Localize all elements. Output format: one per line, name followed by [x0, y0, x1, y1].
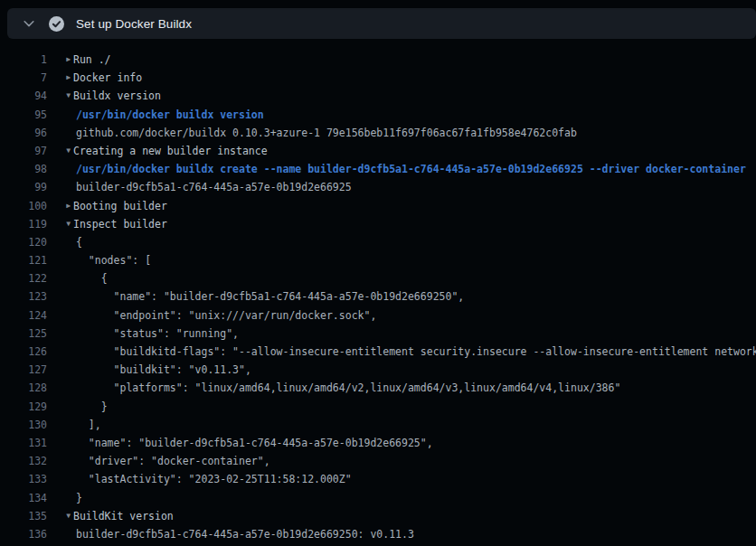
group-title[interactable]: BuildKit version: [73, 507, 174, 525]
log-group-line[interactable]: 97▼Creating a new builder instance: [0, 142, 756, 160]
log-text: "endpoint": "unix:///var/run/docker.sock…: [76, 306, 376, 325]
group-title[interactable]: Buildx version: [73, 87, 161, 105]
log-line: 123 "name": "builder-d9cfb5a1-c764-445a-…: [0, 287, 756, 306]
log-text: builder-d9cfb5a1-c764-445a-a57e-0b19d2e6…: [76, 178, 352, 196]
log-text: "platforms": "linux/amd64,linux/amd64/v2…: [76, 379, 620, 397]
group-title[interactable]: Creating a new builder instance: [73, 142, 268, 160]
log-line: 122 {: [0, 269, 756, 287]
line-number[interactable]: 100: [0, 197, 47, 215]
line-number[interactable]: 127: [0, 361, 47, 379]
log-text: "lastActivity": "2023-02-25T11:58:12.000…: [76, 470, 352, 488]
line-number[interactable]: 130: [0, 416, 47, 434]
log-text: "name": "builder-d9cfb5a1-c764-445a-a57e…: [76, 287, 464, 306]
line-number[interactable]: 7: [0, 69, 47, 87]
log-group-line[interactable]: 100▶Booting builder: [0, 197, 756, 215]
group-expanded-icon[interactable]: ▼: [47, 87, 71, 105]
log-line: 128 "platforms": "linux/amd64,linux/amd6…: [0, 379, 756, 397]
line-number[interactable]: 1: [0, 51, 47, 69]
line-number[interactable]: 128: [0, 379, 47, 397]
chevron-down-icon[interactable]: [23, 17, 35, 30]
log-line: 98/usr/bin/docker buildx create --name b…: [0, 160, 756, 178]
group-expanded-icon[interactable]: ▼: [47, 142, 71, 160]
line-number[interactable]: 95: [0, 106, 47, 124]
log-text: {: [76, 233, 82, 251]
line-number[interactable]: 121: [0, 251, 47, 269]
log-line: 125 "status": "running",: [0, 325, 756, 343]
group-title[interactable]: Inspect builder: [73, 215, 167, 233]
log-line: 136builder-d9cfb5a1-c764-445a-a57e-0b19d…: [0, 525, 756, 543]
log-group-line[interactable]: 7▶Docker info: [0, 69, 756, 87]
group-expanded-icon[interactable]: ▼: [47, 215, 71, 233]
line-number[interactable]: 99: [0, 178, 47, 196]
log-line: 120{: [0, 233, 756, 251]
log-group-line[interactable]: 1▶Run ./: [0, 51, 756, 69]
log-line: 132 "driver": "docker-container",: [0, 452, 756, 470]
line-number[interactable]: 124: [0, 306, 47, 325]
log-group-line[interactable]: 119▼Inspect builder: [0, 215, 756, 233]
log-line: 121 "nodes": [: [0, 251, 756, 269]
log-group-line[interactable]: 94▼Buildx version: [0, 87, 756, 105]
step-title: Set up Docker Buildx: [76, 17, 192, 31]
log-text: builder-d9cfb5a1-c764-445a-a57e-0b19d2e6…: [76, 525, 414, 543]
group-collapsed-icon[interactable]: ▶: [47, 69, 71, 87]
line-number[interactable]: 96: [0, 124, 47, 142]
line-number[interactable]: 126: [0, 343, 47, 361]
check-circle-icon: [49, 16, 64, 32]
line-number[interactable]: 120: [0, 233, 47, 251]
log-line: 99builder-d9cfb5a1-c764-445a-a57e-0b19d2…: [0, 178, 756, 196]
log-text: }: [76, 489, 82, 507]
group-collapsed-icon[interactable]: ▶: [47, 51, 71, 69]
line-number[interactable]: 123: [0, 287, 47, 306]
line-number[interactable]: 122: [0, 269, 47, 287]
log-text: "nodes": [: [76, 251, 151, 269]
line-number[interactable]: 135: [0, 507, 47, 525]
log-line: 96github.com/docker/buildx 0.10.3+azure-…: [0, 124, 756, 142]
log-line: 129 }: [0, 398, 756, 416]
log-text: }: [76, 398, 108, 416]
log-line: 124 "endpoint": "unix:///var/run/docker.…: [0, 306, 756, 325]
step-header[interactable]: Set up Docker Buildx: [7, 8, 756, 39]
command-text: /usr/bin/docker buildx version: [76, 106, 264, 124]
log-line: 126 "buildkitd-flags": "--allow-insecure…: [0, 343, 756, 361]
log-line: 130 ],: [0, 416, 756, 434]
log-lines: 1▶Run ./7▶Docker info94▼Buildx version95…: [0, 51, 756, 546]
line-number[interactable]: 131: [0, 434, 47, 452]
log-text: "buildkit": "v0.11.3",: [76, 361, 251, 379]
group-expanded-icon[interactable]: ▼: [47, 507, 71, 525]
log-text: github.com/docker/buildx 0.10.3+azure-1 …: [76, 124, 577, 142]
group-title[interactable]: Run ./: [73, 51, 111, 69]
log-text: "driver": "docker-container",: [76, 452, 270, 470]
line-number[interactable]: 132: [0, 452, 47, 470]
command-text: /usr/bin/docker buildx create --name bui…: [76, 160, 746, 178]
log-text: "status": "running",: [76, 325, 239, 343]
group-title[interactable]: Docker info: [73, 69, 142, 87]
log-text: "buildkitd-flags": "--allow-insecure-ent…: [76, 343, 756, 361]
line-number[interactable]: 119: [0, 215, 47, 233]
log-line: 134}: [0, 489, 756, 507]
group-title[interactable]: Booting builder: [73, 197, 167, 215]
line-number[interactable]: 136: [0, 525, 47, 543]
log-line: 127 "buildkit": "v0.11.3",: [0, 361, 756, 379]
log-text: {: [76, 269, 108, 287]
line-number[interactable]: 134: [0, 489, 47, 507]
line-number[interactable]: 129: [0, 398, 47, 416]
group-collapsed-icon[interactable]: ▶: [47, 197, 71, 215]
log-line: 95/usr/bin/docker buildx version: [0, 106, 756, 124]
log-text: "name": "builder-d9cfb5a1-c764-445a-a57e…: [76, 434, 433, 452]
line-number[interactable]: 97: [0, 142, 47, 160]
log-line: 131 "name": "builder-d9cfb5a1-c764-445a-…: [0, 434, 756, 452]
line-number[interactable]: 94: [0, 87, 47, 105]
line-number[interactable]: 125: [0, 325, 47, 343]
log-text: ],: [76, 416, 101, 434]
log-line: 133 "lastActivity": "2023-02-25T11:58:12…: [0, 470, 756, 488]
log-group-line[interactable]: 135▼BuildKit version: [0, 507, 756, 525]
line-number[interactable]: 133: [0, 470, 47, 488]
line-number[interactable]: 98: [0, 160, 47, 178]
